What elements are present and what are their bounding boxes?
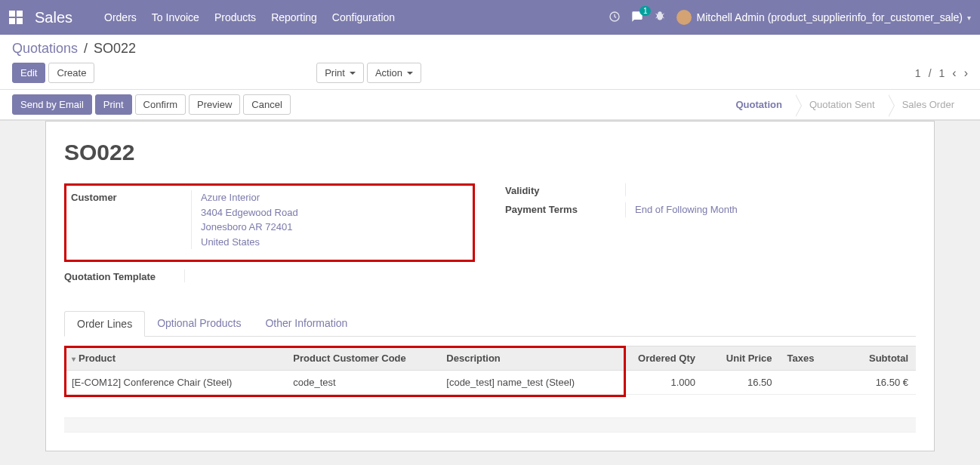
cell-customer-code: code_test [285, 371, 439, 395]
menu-reporting[interactable]: Reporting [271, 11, 317, 23]
app-title[interactable]: Sales [35, 9, 72, 26]
create-button[interactable]: Create [48, 63, 94, 83]
control-panel: Quotations / SO022 Edit Create Print Act… [0, 35, 980, 90]
th-ordered-qty[interactable]: Ordered Qty [618, 346, 703, 371]
stage-quotation-sent[interactable]: Quotation Sent [796, 94, 889, 115]
main-menu: Orders To Invoice Products Reporting Con… [104, 11, 395, 23]
breadcrumb: Quotations / SO022 [12, 41, 968, 57]
form-sheet: SO022 Customer Azure Interior 3404 Edgew… [45, 121, 935, 451]
order-lines-table: ▾Product Product Customer Code Descripti… [64, 346, 916, 395]
quotation-template-value [194, 269, 475, 282]
table-footer-spacer [64, 417, 916, 433]
breadcrumb-sep: / [84, 41, 88, 57]
cell-ordered-qty: 1.000 [618, 371, 703, 395]
th-taxes[interactable]: Taxes [779, 346, 839, 371]
table-row[interactable]: [E-COM12] Conference Chair (Steel) code_… [64, 371, 916, 395]
breadcrumb-parent[interactable]: Quotations [12, 41, 78, 57]
customer-city: Jonesboro AR 72401 [201, 220, 468, 235]
th-subtotal[interactable]: Subtotal [839, 346, 916, 371]
th-customer-code[interactable]: Product Customer Code [285, 346, 439, 371]
user-name: Mitchell Admin (product_supplierinfo_for… [696, 11, 963, 23]
payment-terms-value[interactable]: End of Following Month [635, 202, 916, 217]
edit-button[interactable]: Edit [12, 63, 45, 83]
caret-down-icon: ▾ [967, 14, 971, 22]
customer-highlight: Customer Azure Interior 3404 Edgewood Ro… [64, 183, 475, 262]
topbar-right: 1 Mitchell Admin (product_supplierinfo_f… [609, 10, 971, 25]
print-button[interactable]: Print [95, 94, 132, 115]
pager-current: 1 [915, 67, 921, 79]
cell-unit-price: 16.50 [703, 371, 780, 395]
pager: 1 / 1 ‹ › [915, 66, 968, 80]
activity-icon[interactable] [609, 11, 621, 25]
top-navbar: Sales Orders To Invoice Products Reporti… [0, 0, 980, 35]
preview-button[interactable]: Preview [189, 94, 240, 115]
payment-terms-label: Payment Terms [505, 202, 626, 217]
validity-value [635, 183, 916, 196]
cell-description: [code_test] name_test (Steel) [439, 371, 618, 395]
menu-orders[interactable]: Orders [104, 11, 137, 23]
th-unit-price[interactable]: Unit Price [703, 346, 780, 371]
notebook-tabs: Order Lines Optional Products Other Info… [64, 311, 916, 337]
pager-sep: / [929, 67, 932, 79]
cell-taxes [779, 371, 839, 395]
column-toggle-icon[interactable]: ▾ [72, 355, 76, 363]
customer-street: 3404 Edgewood Road [201, 205, 468, 220]
send-by-email-button[interactable]: Send by Email [12, 94, 92, 115]
status-stages: Quotation Quotation Sent Sales Order [723, 94, 969, 115]
quotation-template-label: Quotation Template [64, 269, 185, 282]
user-menu[interactable]: Mitchell Admin (product_supplierinfo_for… [676, 10, 971, 25]
messages-icon[interactable]: 1 [631, 11, 643, 25]
th-product[interactable]: Product [79, 353, 116, 364]
confirm-button[interactable]: Confirm [135, 94, 186, 115]
cell-subtotal: 16.50 € [839, 371, 916, 395]
pager-total: 1 [939, 67, 945, 79]
stage-quotation[interactable]: Quotation [723, 94, 796, 115]
customer-country: United States [201, 235, 468, 250]
stage-sales-order[interactable]: Sales Order [889, 94, 968, 115]
table-header-row: ▾Product Product Customer Code Descripti… [64, 346, 916, 371]
menu-configuration[interactable]: Configuration [332, 11, 395, 23]
pager-next-icon[interactable]: › [964, 66, 968, 80]
customer-label: Customer [71, 190, 192, 249]
breadcrumb-current: SO022 [94, 41, 136, 57]
pager-prev-icon[interactable]: ‹ [952, 66, 956, 80]
cancel-button[interactable]: Cancel [243, 94, 290, 115]
status-bar: Send by Email Print Confirm Preview Canc… [0, 90, 980, 120]
menu-products[interactable]: Products [214, 11, 256, 23]
print-dropdown[interactable]: Print [316, 63, 364, 83]
tab-other-information[interactable]: Other Information [253, 311, 359, 336]
form-background: SO022 Customer Azure Interior 3404 Edgew… [0, 120, 980, 465]
apps-icon[interactable] [9, 11, 23, 24]
customer-name-link[interactable]: Azure Interior [201, 190, 468, 205]
customer-value: Azure Interior 3404 Edgewood Road Jonesb… [201, 190, 468, 249]
menu-to-invoice[interactable]: To Invoice [152, 11, 199, 23]
tab-optional-products[interactable]: Optional Products [145, 311, 253, 336]
record-title: SO022 [64, 140, 916, 165]
action-dropdown[interactable]: Action [367, 63, 421, 83]
th-description[interactable]: Description [439, 346, 618, 371]
cell-product: [E-COM12] Conference Chair (Steel) [64, 371, 285, 395]
tab-order-lines[interactable]: Order Lines [64, 311, 145, 337]
avatar-icon [676, 10, 692, 25]
debug-icon[interactable] [654, 11, 666, 25]
messages-badge: 1 [639, 6, 652, 16]
order-lines-table-wrap: ▾Product Product Customer Code Descripti… [64, 346, 916, 395]
validity-label: Validity [505, 183, 626, 196]
